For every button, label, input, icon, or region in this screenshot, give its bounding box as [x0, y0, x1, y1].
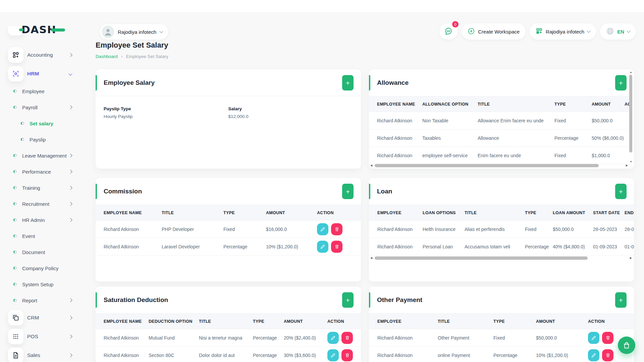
- sidebar-item-crm[interactable]: CRM: [0, 308, 87, 327]
- bullet-icon: [21, 138, 24, 141]
- vertical-scrollbar[interactable]: ▲ ▼: [629, 71, 633, 163]
- add-allowance-button[interactable]: +: [615, 75, 627, 90]
- sidebar-item-system-setup[interactable]: System Setup: [0, 276, 87, 292]
- salary-label: Salary: [228, 106, 353, 111]
- employee-salary-card: Employee Salary + Payslip Type Hourly Pa…: [96, 69, 361, 169]
- loan-card: Loan + EMPLOYEE LOAN OPTIONS TITLE TYPE …: [369, 178, 634, 282]
- sidebar-item-pos[interactable]: POS: [0, 327, 87, 346]
- chevron-right-icon: [68, 316, 72, 319]
- add-commission-button[interactable]: +: [342, 184, 354, 199]
- card-title: Loan: [377, 188, 392, 195]
- circle-plus-icon: [468, 27, 475, 36]
- chevron-down-icon: [587, 29, 590, 33]
- delete-button[interactable]: [341, 349, 353, 361]
- sidebar-item-label: HRM: [27, 71, 39, 77]
- breadcrumb: Dashboard › Employee Set Salary: [96, 54, 168, 59]
- bullet-icon: [13, 89, 17, 93]
- delete-button[interactable]: [602, 332, 613, 344]
- add-saturation-deduction-button[interactable]: +: [342, 292, 354, 308]
- grid-plus-icon: [8, 47, 23, 63]
- sidebar-item-report[interactable]: Report: [0, 292, 87, 308]
- edit-button[interactable]: [327, 332, 339, 344]
- add-employee-salary-button[interactable]: +: [342, 75, 354, 90]
- card-header: Employee Salary +: [96, 69, 361, 96]
- chevron-down-icon: [159, 29, 163, 33]
- add-loan-button[interactable]: +: [615, 184, 627, 199]
- sidebar-item-label: Accounting: [27, 52, 53, 58]
- table-row: Richard Atkinson Laravel Developer Perce…: [96, 238, 361, 255]
- logo-dot: [19, 28, 23, 31]
- sidebar-item-sales[interactable]: Sales: [0, 346, 87, 362]
- add-other-payment-button[interactable]: +: [615, 292, 627, 308]
- sidebar-item-training[interactable]: Training: [0, 180, 87, 196]
- delete-button[interactable]: [331, 241, 342, 253]
- app-logo[interactable]: DASH: [21, 23, 65, 36]
- bullet-icon: [13, 299, 17, 302]
- copy-icon: [8, 310, 23, 325]
- table-row: Richard Atkinson online Payment Percenta…: [369, 347, 634, 362]
- loan-table: EMPLOYEE LOAN OPTIONS TITLE TYPE LOAN AM…: [369, 205, 634, 255]
- bullet-icon: [13, 106, 17, 109]
- workspace-selector[interactable]: Rajodiya infotech: [530, 23, 596, 40]
- payslip-type-label: Payslip Type: [104, 106, 228, 111]
- sidebar-item-payslip[interactable]: Payslip: [0, 131, 87, 147]
- table-header-row: EMPLOYEE LOAN OPTIONS TITLE TYPE LOAN AM…: [369, 205, 634, 221]
- delete-button[interactable]: [602, 349, 613, 361]
- sidebar-item-document[interactable]: Document: [0, 244, 87, 260]
- horizontal-scrollbar[interactable]: ◀ ▶: [370, 164, 628, 168]
- table-row: Richard Atkinson Mutual Fund Nisi a tene…: [96, 329, 361, 347]
- chevron-right-icon: [68, 53, 72, 57]
- workspace-name: Rajodiya infotech: [546, 29, 584, 35]
- edit-button[interactable]: [588, 332, 599, 344]
- sidebar-item-performance[interactable]: Performance: [0, 164, 87, 180]
- notifications-button[interactable]: 0: [439, 23, 458, 40]
- chevron-down-icon: [627, 29, 630, 33]
- card-title: Employee Salary: [104, 79, 155, 86]
- sidebar-item-event[interactable]: Event: [0, 228, 87, 244]
- bullet-icon: [13, 170, 17, 173]
- chevron-down-icon: [68, 72, 72, 75]
- other-payment-table: EMPLOYEE TITLE TYPE AMOUNT ACTION Richar…: [369, 313, 634, 362]
- sidebar-item-accounting[interactable]: Accounting: [0, 46, 87, 64]
- sidebar-item-payroll[interactable]: Payroll: [0, 99, 87, 115]
- chevron-right-icon: [68, 186, 72, 189]
- delete-button[interactable]: [341, 332, 353, 344]
- company-selector[interactable]: Rajodiya infotech: [100, 24, 168, 40]
- saturation-deduction-table: EMPLOYEE NAME DEDUCTION OPTION TITLE TYP…: [96, 313, 361, 362]
- chevron-right-icon: [68, 202, 72, 205]
- dots-grid-icon: [8, 329, 23, 344]
- edit-button[interactable]: [317, 223, 328, 235]
- delete-button[interactable]: [331, 223, 342, 235]
- breadcrumb-dashboard-link[interactable]: Dashboard: [96, 54, 118, 59]
- bullet-icon: [21, 122, 24, 125]
- salary-field: Salary $12,000.0: [228, 106, 353, 119]
- table-row: Richard Atkinson PHP Developer Fixed $16…: [96, 221, 361, 238]
- accent-bar: [369, 184, 370, 199]
- saturation-deduction-card: Saturation Deduction + EMPLOYEE NAME DED…: [96, 287, 361, 362]
- sidebar: Accounting HRM Employee Payroll Set sala…: [0, 0, 87, 362]
- sidebar-item-hrm[interactable]: HRM: [0, 64, 87, 83]
- commission-table: EMPLOYEE NAME TITLE TYPE AMOUNT ACTION R…: [96, 205, 361, 255]
- sidebar-item-employee[interactable]: Employee: [0, 83, 87, 99]
- allowance-table: EMPLOYEE NAME ALLOWNACE OPTION TITLE TYP…: [369, 96, 630, 164]
- payslip-type-field: Payslip Type Hourly Payslip: [104, 106, 228, 119]
- chat-bubble-icon: [444, 27, 453, 37]
- floating-cart-button[interactable]: [618, 337, 635, 354]
- chevron-right-icon: [68, 170, 72, 173]
- create-workspace-button[interactable]: Create Workspace: [462, 23, 526, 40]
- sidebar-item-set-salary[interactable]: Set salary: [0, 115, 87, 131]
- commission-card: Commission + EMPLOYEE NAME TITLE TYPE AM…: [96, 178, 361, 282]
- edit-button[interactable]: [588, 349, 599, 361]
- notification-badge: 0: [452, 21, 459, 27]
- sidebar-item-hr-admin[interactable]: HR Admin: [0, 212, 87, 228]
- sidebar-item-company-policy[interactable]: Company Policy: [0, 260, 87, 276]
- create-workspace-label: Create Workspace: [478, 29, 520, 35]
- sidebar-item-recruitment[interactable]: Recruitment: [0, 196, 87, 212]
- horizontal-scrollbar[interactable]: ◀ ▶: [370, 256, 632, 260]
- language-selector[interactable]: EN: [600, 23, 636, 40]
- edit-button[interactable]: [327, 349, 339, 361]
- card-header: Commission +: [96, 178, 361, 205]
- sidebar-item-leave-management[interactable]: Leave Management: [0, 147, 87, 164]
- bullet-icon: [13, 218, 17, 222]
- edit-button[interactable]: [317, 241, 328, 253]
